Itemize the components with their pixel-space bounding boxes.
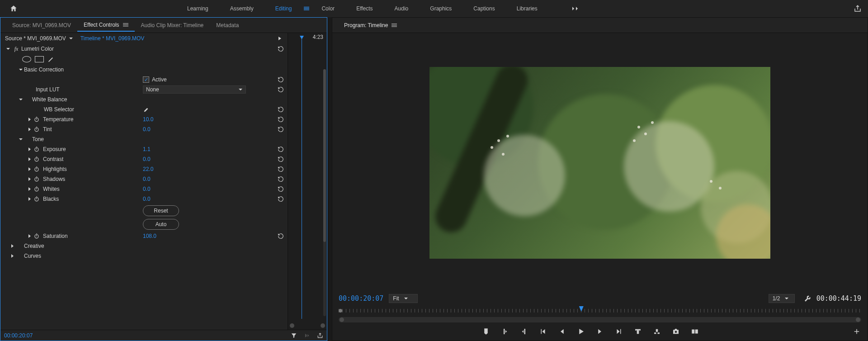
create-snapshot-icon[interactable] [317,332,323,339]
wb-eyedropper-icon[interactable] [143,106,150,113]
tab-audio-clip-mixer[interactable]: Audio Clip Mixer: Timeline [135,19,210,31]
reset-wb-selector-icon[interactable] [278,106,284,113]
tone-reset-button[interactable]: Reset [143,205,179,216]
playback-resolution-dropdown[interactable]: 1/2 [769,294,795,303]
workspace-captions[interactable]: Captions [462,0,505,17]
shadows-value[interactable]: 0.0 [143,176,151,182]
effect-controls-timecode[interactable]: 00:00:20:07 [4,332,33,339]
play-button[interactable] [576,327,585,336]
whites-value[interactable]: 0.0 [143,186,151,192]
play-only-audio-icon[interactable] [303,332,311,339]
twirl-lumetri[interactable] [5,47,11,51]
mark-in-button[interactable] [500,327,509,336]
tab-effect-controls[interactable]: Effect Controls [77,19,134,32]
stopwatch-temperature-icon[interactable] [33,116,40,123]
effect-zoom-handle-left[interactable] [290,323,294,328]
workspace-editing[interactable]: Editing [264,0,303,17]
step-forward-button[interactable] [595,327,604,336]
effect-zoom-handle-right[interactable] [321,323,325,328]
tab-source[interactable]: Source: MVI_0969.MOV [6,19,77,31]
mask-rectangle-button[interactable] [35,56,44,62]
effect-controls-scrollbar[interactable] [323,69,326,316]
stopwatch-contrast-icon[interactable] [33,156,40,163]
reset-contrast-icon[interactable] [278,156,284,162]
twirl-saturation[interactable] [27,234,33,238]
panel-menu-icon[interactable] [123,22,128,28]
twirl-curves[interactable] [9,254,16,258]
go-to-out-button[interactable] [614,327,623,336]
reset-whites-icon[interactable] [278,186,284,192]
effect-timeline-playhead[interactable] [302,38,302,319]
blacks-value[interactable]: 0.0 [143,196,151,202]
reset-tint-icon[interactable] [278,126,284,133]
program-panel-menu-icon[interactable] [392,23,397,28]
reset-saturation-icon[interactable] [278,233,284,239]
stopwatch-whites-icon[interactable] [33,185,40,193]
contrast-value[interactable]: 0.0 [143,156,151,162]
comparison-view-button[interactable] [690,327,699,336]
twirl-temperature[interactable] [27,117,33,122]
program-scrub-bar[interactable] [339,304,861,317]
add-marker-button[interactable] [481,327,491,336]
twirl-tone[interactable] [18,137,24,142]
mark-out-button[interactable] [519,327,528,336]
twirl-exposure[interactable] [27,147,33,152]
program-video-canvas[interactable] [429,67,770,259]
reset-input-lut-icon[interactable] [278,86,284,93]
workspace-color[interactable]: Color [311,0,345,17]
twirl-blacks[interactable] [27,197,33,201]
stopwatch-tint-icon[interactable] [33,126,40,133]
twirl-contrast[interactable] [27,157,33,161]
reset-active-icon[interactable] [278,76,284,83]
reset-highlights-icon[interactable] [278,166,284,172]
tint-value[interactable]: 0.0 [143,126,151,133]
tab-metadata[interactable]: Metadata [210,19,245,31]
workspace-editing-menu-icon[interactable] [302,0,311,17]
step-back-button[interactable] [557,327,566,336]
source-clip-dropdown-icon[interactable] [69,36,73,41]
reset-temperature-icon[interactable] [278,116,284,123]
mask-pen-icon[interactable] [47,56,55,63]
reset-lumetri-icon[interactable] [278,46,284,52]
twirl-basic-correction[interactable] [18,67,24,72]
effect-controls-timeline[interactable]: 4:23 [288,33,327,330]
workspace-assembly[interactable]: Assembly [219,0,264,17]
home-button[interactable] [0,5,27,13]
stopwatch-shadows-icon[interactable] [33,175,40,183]
reset-blacks-icon[interactable] [278,196,284,202]
go-to-in-button[interactable] [538,327,547,336]
settings-wrench-icon[interactable] [804,295,811,302]
active-checkbox[interactable] [143,76,149,83]
fx-badge-icon[interactable]: fx [13,46,19,52]
twirl-highlights[interactable] [27,167,33,171]
filter-effects-icon[interactable] [291,332,297,339]
zoom-level-dropdown[interactable]: Fit [389,294,418,303]
twirl-shadows[interactable] [27,177,33,181]
workspace-graphics[interactable]: Graphics [419,0,462,17]
export-frame-button[interactable] [671,327,680,336]
reset-shadows-icon[interactable] [278,176,284,182]
mask-ellipse-button[interactable] [22,56,31,62]
stopwatch-exposure-icon[interactable] [33,146,40,153]
highlights-value[interactable]: 22.0 [143,166,153,172]
stopwatch-blacks-icon[interactable] [33,195,40,203]
button-editor-add-button[interactable] [852,327,861,336]
stopwatch-saturation-icon[interactable] [33,232,40,240]
saturation-value[interactable]: 108.0 [143,233,156,239]
input-lut-dropdown[interactable]: None [143,85,246,94]
program-zoom-scrollbar[interactable] [339,317,861,322]
go-to-next-keyframe-icon[interactable] [278,36,282,41]
twirl-tint[interactable] [27,127,33,132]
share-button[interactable] [854,5,862,13]
tone-auto-button[interactable]: Auto [143,219,179,230]
workspace-learning[interactable]: Learning [176,0,219,17]
workspace-audio[interactable]: Audio [384,0,420,17]
workspace-libraries[interactable]: Libraries [506,0,548,17]
extract-button[interactable] [652,327,661,336]
reset-exposure-icon[interactable] [278,146,284,152]
twirl-whites[interactable] [27,187,33,191]
stopwatch-highlights-icon[interactable] [33,166,40,173]
exposure-value[interactable]: 1.1 [143,146,151,152]
twirl-creative[interactable] [9,244,16,248]
twirl-white-balance[interactable] [18,97,24,102]
